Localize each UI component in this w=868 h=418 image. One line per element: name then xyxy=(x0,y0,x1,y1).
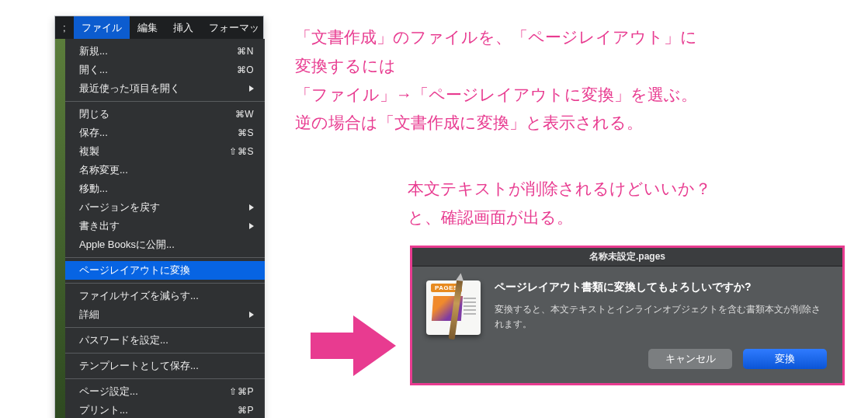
menu-label: バージョンを戻す xyxy=(79,200,160,214)
menu-item-close[interactable]: 閉じる ⌘W xyxy=(65,105,265,124)
menu-item-set-password[interactable]: パスワードを設定... xyxy=(65,331,265,350)
menu-item-open[interactable]: 開く... ⌘O xyxy=(65,61,265,79)
menu-label: ページ設定... xyxy=(79,385,138,399)
menu-item-export[interactable]: 書き出す xyxy=(65,217,265,235)
menubar: ; ファイル 編集 挿入 フォーマッ xyxy=(55,16,263,39)
submenu-arrow-icon xyxy=(249,223,254,229)
menu-shortcut: ⇧⌘S xyxy=(223,146,254,157)
menu-shortcut: ⌘W xyxy=(223,109,254,120)
dialog-button-row: キャンセル 変換 xyxy=(412,349,842,383)
menu-label: 詳細 xyxy=(79,308,99,322)
explanation-paragraph-2: 本文テキストが削除されるけどいいか？ と、確認画面が出る。 xyxy=(408,175,850,232)
menu-label: Apple Booksに公開... xyxy=(79,238,175,252)
menu-label: 開く... xyxy=(79,63,108,77)
menu-item-page-setup[interactable]: ページ設定... ⇧⌘P xyxy=(65,382,265,401)
menu-separator xyxy=(65,327,265,328)
menu-item-reduce-file-size[interactable]: ファイルサイズを減らす... xyxy=(65,287,265,305)
menu-shortcut: ⌘O xyxy=(223,64,254,75)
cancel-button[interactable]: キャンセル xyxy=(648,349,732,369)
explanation-paragraph-1: 「文書作成」のファイルを、「ページレイアウト」に 変換するには 「ファイル」→「… xyxy=(295,23,854,138)
menu-separator xyxy=(65,283,265,284)
menu-label: 閉じる xyxy=(79,107,109,121)
dialog-heading: ページレイアウト書類に変換してもよろしいですか? xyxy=(495,280,827,294)
menu-label: 最近使った項目を開く xyxy=(79,82,180,96)
dialog-message: 変換すると、本文テキストとインラインオブジェクトを含む書類本文が削除されます。 xyxy=(495,302,827,331)
menu-separator xyxy=(65,257,265,258)
menubar-item-file[interactable]: ファイル xyxy=(74,16,130,39)
file-menu-screenshot: ; ファイル 編集 挿入 フォーマッ 新規... ⌘N 開く... ⌘O 最近使… xyxy=(54,16,264,418)
menubar-item-edit[interactable]: 編集 xyxy=(130,16,165,39)
menu-label: 書き出す xyxy=(79,219,120,233)
menu-label: 新規... xyxy=(79,44,108,58)
menu-item-apple-books[interactable]: Apple Booksに公開... xyxy=(65,235,265,254)
menu-label: 複製 xyxy=(79,145,99,158)
convert-button[interactable]: 変換 xyxy=(743,349,827,369)
menu-item-duplicate[interactable]: 複製 ⇧⌘S xyxy=(65,142,265,161)
menu-label: 保存... xyxy=(79,126,108,140)
menu-shortcut: ⌘P xyxy=(223,405,254,416)
menu-item-convert-to-page-layout[interactable]: ページレイアウトに変換 xyxy=(65,261,265,280)
menu-shortcut: ⌘N xyxy=(223,46,254,57)
arrow-icon xyxy=(311,311,396,381)
menu-label: テンプレートとして保存... xyxy=(79,359,199,373)
pages-app-icon: PAGES xyxy=(426,280,481,335)
menu-item-advanced[interactable]: 詳細 xyxy=(65,305,265,324)
menu-separator xyxy=(65,378,265,379)
menu-item-new[interactable]: 新規... ⌘N xyxy=(65,42,265,61)
menu-item-rename[interactable]: 名称変更... xyxy=(65,161,265,179)
menu-label: 名称変更... xyxy=(79,163,128,177)
menubar-trail: ; xyxy=(55,16,74,39)
menu-item-print[interactable]: プリント... ⌘P xyxy=(65,401,265,418)
menu-item-save[interactable]: 保存... ⌘S xyxy=(65,124,265,142)
menu-shortcut: ⌘S xyxy=(223,127,254,138)
menu-label: プリント... xyxy=(79,403,128,417)
submenu-arrow-icon xyxy=(249,204,254,211)
menu-label: ファイルサイズを減らす... xyxy=(79,289,199,303)
menu-label: パスワードを設定... xyxy=(79,333,168,347)
menu-item-open-recent[interactable]: 最近使った項目を開く xyxy=(65,79,265,98)
menu-shortcut: ⇧⌘P xyxy=(223,386,254,397)
file-dropdown: 新規... ⌘N 開く... ⌘O 最近使った項目を開く 閉じる ⌘W 保存..… xyxy=(65,39,265,418)
menu-item-save-as-template[interactable]: テンプレートとして保存... xyxy=(65,357,265,375)
window-background-strip xyxy=(55,39,65,418)
submenu-arrow-icon xyxy=(249,312,254,318)
menubar-item-format[interactable]: フォーマッ xyxy=(201,16,263,39)
menu-item-move[interactable]: 移動... xyxy=(65,179,265,198)
menubar-item-insert[interactable]: 挿入 xyxy=(165,16,201,39)
dialog-body: PAGES ページレイアウト書類に変換してもよろしいですか? 変換すると、本文テ… xyxy=(412,266,842,349)
submenu-arrow-icon xyxy=(249,85,254,92)
confirmation-dialog: 名称未設定.pages PAGES ページレイアウト書類に変換してもよろしいです… xyxy=(410,246,845,385)
dialog-titlebar: 名称未設定.pages xyxy=(412,248,842,266)
menu-item-revert[interactable]: バージョンを戻す xyxy=(65,198,265,217)
menu-label: ページレイアウトに変換 xyxy=(79,263,190,277)
menu-label: 移動... xyxy=(79,182,108,196)
menu-separator xyxy=(65,353,265,354)
menu-separator xyxy=(65,101,265,102)
svg-marker-0 xyxy=(311,315,396,376)
dialog-title: 名称未設定.pages xyxy=(589,250,665,263)
